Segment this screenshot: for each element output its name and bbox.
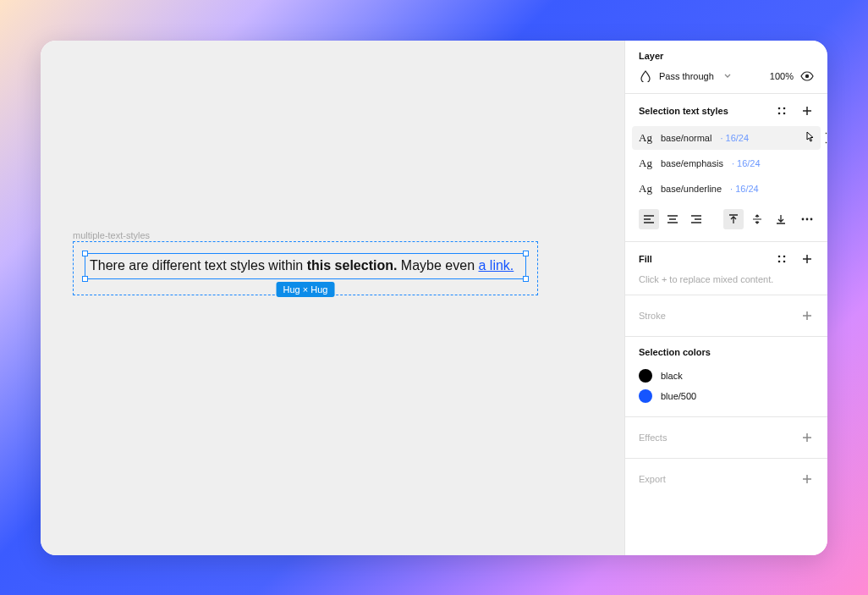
selection-color-item[interactable]: black (639, 366, 814, 386)
valign-bottom-button[interactable] (771, 209, 791, 229)
style-preview-ag: Ag (639, 131, 652, 145)
text-style-list: Ag base/normal · 16/24 (639, 126, 814, 201)
svg-point-7 (810, 218, 812, 220)
section-title-text-styles: Selection text styles (639, 106, 728, 116)
svg-point-4 (783, 112, 786, 114)
section-title-stroke: Stroke (639, 311, 666, 321)
style-name: base/normal (661, 133, 712, 143)
color-swatch (639, 389, 652, 403)
color-name: blue/500 (661, 391, 696, 401)
add-stroke-icon[interactable] (800, 309, 814, 322)
app-window: multiple-text-styles There are different… (41, 41, 827, 555)
section-title-selection-colors: Selection colors (639, 347, 814, 357)
add-fill-icon[interactable] (800, 252, 814, 266)
blend-mode-value: Pass through (659, 71, 714, 81)
selection-color-item[interactable]: blue/500 (639, 386, 814, 406)
cursor-pointer-icon (803, 130, 816, 144)
section-selection-colors: Selection colors black blue/500 (625, 337, 827, 417)
blend-icon (639, 69, 652, 83)
svg-point-8 (778, 255, 781, 257)
text-part-middle: Maybe even (397, 258, 478, 273)
svg-point-10 (778, 260, 781, 262)
chevron-down-icon (721, 69, 734, 83)
color-swatch (639, 369, 652, 383)
svg-point-6 (805, 218, 808, 220)
text-more-icon[interactable] (799, 209, 814, 229)
section-export[interactable]: Export (625, 459, 827, 499)
properties-panel: Layer Pass through 100% (624, 41, 827, 555)
svg-point-2 (783, 107, 786, 109)
visibility-icon[interactable] (800, 69, 814, 83)
selection-frame[interactable]: There are different text styles within t… (73, 241, 538, 295)
style-preview-ag: Ag (639, 157, 652, 170)
valign-middle-button[interactable] (747, 209, 767, 229)
section-title-export: Export (639, 474, 666, 484)
align-center-button[interactable] (662, 209, 683, 229)
svg-point-5 (801, 218, 804, 220)
section-layer: Layer Pass through 100% (625, 41, 827, 94)
resize-handle-br[interactable] (523, 276, 529, 282)
color-name: black (661, 371, 683, 381)
add-export-icon[interactable] (800, 472, 814, 486)
style-grid-icon[interactable] (775, 104, 788, 118)
fill-grid-icon[interactable] (775, 252, 788, 266)
add-style-icon[interactable] (800, 104, 814, 118)
detach-style-icon[interactable] (824, 131, 827, 145)
text-style-item[interactable]: Ag base/emphasis · 16/24 (632, 152, 821, 175)
style-size: 16/24 (726, 133, 750, 143)
style-name: base/underline (661, 184, 722, 194)
text-part-normal: There are different text styles within (90, 258, 307, 273)
size-badge: Hug × Hug (277, 282, 335, 297)
text-content[interactable]: There are different text styles within t… (90, 258, 521, 273)
add-effect-icon[interactable] (800, 431, 814, 444)
svg-point-9 (783, 255, 786, 257)
text-style-item[interactable]: Ag base/underline · 16/24 (632, 177, 821, 201)
section-effects[interactable]: Effects (625, 417, 827, 459)
text-style-item[interactable]: Ag base/normal · 16/24 (632, 126, 821, 150)
section-title-fill: Fill (639, 254, 652, 264)
valign-top-button[interactable] (723, 209, 744, 229)
align-right-button[interactable] (686, 209, 706, 229)
text-part-link[interactable]: a link. (478, 258, 514, 273)
style-size: 16/24 (735, 184, 759, 194)
style-preview-ag: Ag (639, 182, 652, 196)
resize-handle-bl[interactable] (82, 276, 88, 282)
blend-mode-control[interactable]: Pass through (639, 69, 734, 83)
canvas-area[interactable]: multiple-text-styles There are different… (41, 41, 624, 555)
selection-box[interactable]: There are different text styles within t… (85, 253, 526, 279)
text-part-emphasis: this selection. (307, 258, 398, 273)
style-name: base/emphasis (661, 158, 723, 168)
svg-point-0 (805, 74, 809, 77)
section-text-styles: Selection text styles Ag base/normal · 1… (625, 94, 827, 242)
opacity-value[interactable]: 100% (770, 71, 794, 81)
section-stroke[interactable]: Stroke (625, 295, 827, 337)
resize-handle-tl[interactable] (82, 251, 88, 256)
align-left-button[interactable] (639, 209, 659, 229)
section-title-layer: Layer (639, 51, 814, 61)
fill-hint: Click + to replace mixed content. (639, 274, 814, 284)
section-title-effects: Effects (639, 432, 667, 443)
style-size: 16/24 (737, 158, 761, 168)
section-fill: Fill Click + to replace mixed content. (625, 242, 827, 295)
text-align-row (639, 209, 814, 229)
svg-point-11 (783, 260, 786, 262)
svg-point-3 (778, 112, 781, 114)
svg-point-1 (778, 107, 781, 109)
frame-label: multiple-text-styles (73, 230, 150, 240)
resize-handle-tr[interactable] (523, 251, 529, 256)
